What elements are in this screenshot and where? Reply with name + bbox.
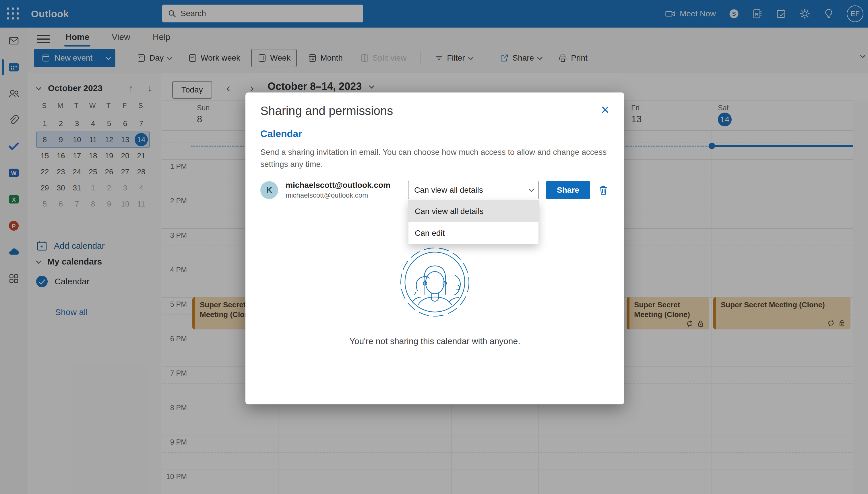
dialog-title: Sharing and permissions <box>260 104 393 118</box>
share-recipient-row: K michaelscott@outlook.com michaelscott@… <box>260 180 609 199</box>
calendar-section-heading: Calendar <box>260 128 609 139</box>
delete-recipient-button[interactable] <box>597 184 609 196</box>
recipient-avatar: K <box>260 181 278 199</box>
trash-icon <box>597 184 609 196</box>
permission-option[interactable]: Can view all details <box>409 201 538 222</box>
people-illustration <box>399 246 471 318</box>
sharing-description: Send a sharing invitation in email. You … <box>260 146 609 170</box>
permission-dropdown[interactable]: Can view all details <box>408 181 539 199</box>
permission-option[interactable]: Can edit <box>409 222 538 244</box>
sharing-permissions-dialog: Sharing and permissions × Calendar Send … <box>245 93 624 404</box>
permission-dropdown-value: Can view all details <box>414 186 483 195</box>
permission-dropdown-chevron-icon <box>529 187 534 192</box>
recipient-name: michaelscott@outlook.com <box>285 180 408 190</box>
outlook-calendar-page: Outlook Meet Now S <box>0 0 868 494</box>
close-icon[interactable]: × <box>601 104 609 115</box>
empty-state-message: You're not sharing this calendar with an… <box>260 336 609 346</box>
share-button[interactable]: Share <box>546 181 590 199</box>
permission-dropdown-menu: Can view all detailsCan edit <box>408 200 539 244</box>
recipient-email: michaelscott@outlook.com <box>285 191 408 199</box>
